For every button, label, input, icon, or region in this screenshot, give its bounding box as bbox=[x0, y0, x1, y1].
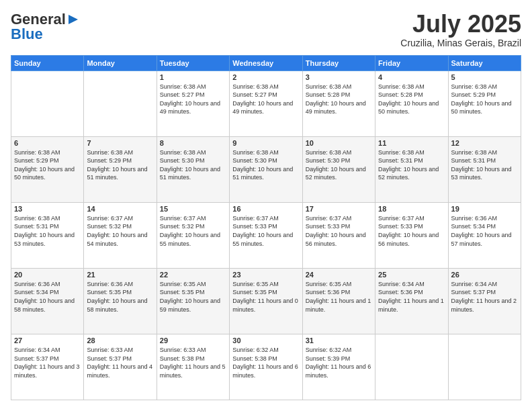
day-info: Sunrise: 6:36 AM Sunset: 5:34 PM Dayligh… bbox=[14, 280, 81, 314]
day-number: 16 bbox=[232, 205, 299, 213]
day-info: Sunrise: 6:38 AM Sunset: 5:31 PM Dayligh… bbox=[14, 214, 81, 248]
day-info: Sunrise: 6:36 AM Sunset: 5:34 PM Dayligh… bbox=[451, 214, 518, 248]
calendar-day-cell: 26Sunrise: 6:34 AM Sunset: 5:37 PM Dayli… bbox=[448, 268, 521, 334]
page: General Blue July 2025 Cruzilia, Minas G… bbox=[0, 0, 532, 411]
day-number: 6 bbox=[14, 139, 81, 147]
day-info: Sunrise: 6:32 AM Sunset: 5:39 PM Dayligh… bbox=[306, 346, 372, 379]
day-number: 19 bbox=[451, 205, 518, 213]
day-info: Sunrise: 6:38 AM Sunset: 5:28 PM Dayligh… bbox=[378, 83, 445, 116]
svg-marker-0 bbox=[69, 15, 78, 24]
day-info: Sunrise: 6:37 AM Sunset: 5:33 PM Dayligh… bbox=[232, 214, 299, 248]
day-number: 15 bbox=[160, 205, 226, 213]
weekday-header: Wednesday bbox=[230, 55, 302, 71]
day-number: 23 bbox=[232, 271, 299, 279]
calendar-day-cell: 14Sunrise: 6:37 AM Sunset: 5:32 PM Dayli… bbox=[84, 202, 157, 268]
calendar-day-cell: 16Sunrise: 6:37 AM Sunset: 5:33 PM Dayli… bbox=[230, 202, 302, 268]
day-number: 13 bbox=[14, 205, 81, 213]
day-info: Sunrise: 6:37 AM Sunset: 5:32 PM Dayligh… bbox=[160, 214, 226, 248]
logo-blue-text: Blue bbox=[11, 26, 43, 43]
calendar-day-cell: 3Sunrise: 6:38 AM Sunset: 5:28 PM Daylig… bbox=[302, 71, 375, 136]
calendar-day-cell: 12Sunrise: 6:38 AM Sunset: 5:31 PM Dayli… bbox=[448, 136, 521, 202]
weekday-header: Thursday bbox=[302, 55, 375, 71]
day-info: Sunrise: 6:34 AM Sunset: 5:37 PM Dayligh… bbox=[14, 346, 81, 379]
day-number: 24 bbox=[306, 271, 372, 279]
day-info: Sunrise: 6:38 AM Sunset: 5:31 PM Dayligh… bbox=[378, 148, 445, 182]
day-info: Sunrise: 6:34 AM Sunset: 5:36 PM Dayligh… bbox=[378, 280, 445, 314]
day-number: 18 bbox=[378, 205, 445, 213]
calendar-week-row: 27Sunrise: 6:34 AM Sunset: 5:37 PM Dayli… bbox=[11, 334, 521, 400]
month-title: July 2025 bbox=[400, 11, 521, 38]
day-number: 20 bbox=[14, 271, 81, 279]
calendar-week-row: 1Sunrise: 6:38 AM Sunset: 5:27 PM Daylig… bbox=[11, 71, 521, 136]
day-info: Sunrise: 6:35 AM Sunset: 5:35 PM Dayligh… bbox=[160, 280, 226, 314]
calendar-day-cell: 20Sunrise: 6:36 AM Sunset: 5:34 PM Dayli… bbox=[11, 268, 84, 334]
calendar-day-cell: 7Sunrise: 6:38 AM Sunset: 5:29 PM Daylig… bbox=[84, 136, 157, 202]
calendar-day-cell bbox=[375, 334, 448, 400]
calendar-day-cell: 24Sunrise: 6:35 AM Sunset: 5:36 PM Dayli… bbox=[302, 268, 375, 334]
day-number: 2 bbox=[232, 73, 299, 81]
day-info: Sunrise: 6:35 AM Sunset: 5:35 PM Dayligh… bbox=[232, 280, 299, 314]
calendar-day-cell: 27Sunrise: 6:34 AM Sunset: 5:37 PM Dayli… bbox=[11, 334, 84, 400]
calendar-header-row: SundayMondayTuesdayWednesdayThursdayFrid… bbox=[11, 55, 521, 71]
calendar-day-cell bbox=[448, 334, 521, 400]
calendar-day-cell: 2Sunrise: 6:38 AM Sunset: 5:27 PM Daylig… bbox=[230, 71, 302, 136]
weekday-header: Tuesday bbox=[157, 55, 229, 71]
title-block: July 2025 Cruzilia, Minas Gerais, Brazil bbox=[400, 11, 521, 48]
weekday-header: Sunday bbox=[11, 55, 84, 71]
day-number: 22 bbox=[160, 271, 226, 279]
calendar-day-cell: 22Sunrise: 6:35 AM Sunset: 5:35 PM Dayli… bbox=[157, 268, 229, 334]
calendar-day-cell: 13Sunrise: 6:38 AM Sunset: 5:31 PM Dayli… bbox=[11, 202, 84, 268]
day-number: 12 bbox=[451, 139, 518, 147]
calendar-day-cell: 1Sunrise: 6:38 AM Sunset: 5:27 PM Daylig… bbox=[157, 71, 229, 136]
day-info: Sunrise: 6:32 AM Sunset: 5:38 PM Dayligh… bbox=[232, 346, 299, 379]
calendar-day-cell: 11Sunrise: 6:38 AM Sunset: 5:31 PM Dayli… bbox=[375, 136, 448, 202]
day-info: Sunrise: 6:37 AM Sunset: 5:32 PM Dayligh… bbox=[87, 214, 153, 248]
day-info: Sunrise: 6:38 AM Sunset: 5:29 PM Dayligh… bbox=[87, 148, 153, 182]
day-number: 26 bbox=[451, 271, 518, 279]
header: General Blue July 2025 Cruzilia, Minas G… bbox=[11, 11, 521, 48]
calendar-week-row: 13Sunrise: 6:38 AM Sunset: 5:31 PM Dayli… bbox=[11, 202, 521, 268]
logo: General Blue bbox=[11, 11, 79, 43]
weekday-header: Monday bbox=[84, 55, 157, 71]
day-number: 11 bbox=[378, 139, 445, 147]
calendar-day-cell: 19Sunrise: 6:36 AM Sunset: 5:34 PM Dayli… bbox=[448, 202, 521, 268]
day-number: 14 bbox=[87, 205, 153, 213]
day-info: Sunrise: 6:38 AM Sunset: 5:30 PM Dayligh… bbox=[306, 148, 372, 182]
calendar-day-cell: 15Sunrise: 6:37 AM Sunset: 5:32 PM Dayli… bbox=[157, 202, 229, 268]
logo-arrow-icon bbox=[67, 13, 79, 26]
day-number: 30 bbox=[232, 336, 299, 345]
weekday-header: Friday bbox=[375, 55, 448, 71]
day-number: 3 bbox=[306, 73, 372, 81]
day-info: Sunrise: 6:38 AM Sunset: 5:31 PM Dayligh… bbox=[451, 148, 518, 182]
day-number: 10 bbox=[306, 139, 372, 147]
day-number: 8 bbox=[160, 139, 226, 147]
calendar-day-cell: 6Sunrise: 6:38 AM Sunset: 5:29 PM Daylig… bbox=[11, 136, 84, 202]
day-info: Sunrise: 6:33 AM Sunset: 5:37 PM Dayligh… bbox=[87, 346, 153, 379]
day-info: Sunrise: 6:38 AM Sunset: 5:29 PM Dayligh… bbox=[451, 83, 518, 116]
day-number: 29 bbox=[160, 336, 226, 345]
day-number: 4 bbox=[378, 73, 445, 81]
day-number: 28 bbox=[87, 336, 153, 345]
calendar-day-cell: 21Sunrise: 6:36 AM Sunset: 5:35 PM Dayli… bbox=[84, 268, 157, 334]
calendar-day-cell bbox=[84, 71, 157, 136]
calendar-table: SundayMondayTuesdayWednesdayThursdayFrid… bbox=[11, 55, 521, 400]
day-number: 31 bbox=[306, 336, 372, 345]
day-info: Sunrise: 6:38 AM Sunset: 5:28 PM Dayligh… bbox=[306, 83, 372, 116]
day-info: Sunrise: 6:38 AM Sunset: 5:29 PM Dayligh… bbox=[14, 148, 81, 182]
calendar-day-cell: 9Sunrise: 6:38 AM Sunset: 5:30 PM Daylig… bbox=[230, 136, 302, 202]
calendar-day-cell: 30Sunrise: 6:32 AM Sunset: 5:38 PM Dayli… bbox=[230, 334, 302, 400]
day-number: 21 bbox=[87, 271, 153, 279]
day-info: Sunrise: 6:34 AM Sunset: 5:37 PM Dayligh… bbox=[451, 280, 518, 314]
calendar-day-cell: 23Sunrise: 6:35 AM Sunset: 5:35 PM Dayli… bbox=[230, 268, 302, 334]
day-number: 9 bbox=[232, 139, 299, 147]
calendar-day-cell: 8Sunrise: 6:38 AM Sunset: 5:30 PM Daylig… bbox=[157, 136, 229, 202]
day-info: Sunrise: 6:38 AM Sunset: 5:27 PM Dayligh… bbox=[160, 83, 226, 116]
calendar-day-cell: 5Sunrise: 6:38 AM Sunset: 5:29 PM Daylig… bbox=[448, 71, 521, 136]
day-number: 27 bbox=[14, 336, 81, 345]
calendar-day-cell: 10Sunrise: 6:38 AM Sunset: 5:30 PM Dayli… bbox=[302, 136, 375, 202]
calendar-day-cell: 28Sunrise: 6:33 AM Sunset: 5:37 PM Dayli… bbox=[84, 334, 157, 400]
day-info: Sunrise: 6:37 AM Sunset: 5:33 PM Dayligh… bbox=[378, 214, 445, 248]
day-info: Sunrise: 6:36 AM Sunset: 5:35 PM Dayligh… bbox=[87, 280, 153, 314]
day-info: Sunrise: 6:38 AM Sunset: 5:27 PM Dayligh… bbox=[232, 83, 299, 116]
day-info: Sunrise: 6:38 AM Sunset: 5:30 PM Dayligh… bbox=[232, 148, 299, 182]
